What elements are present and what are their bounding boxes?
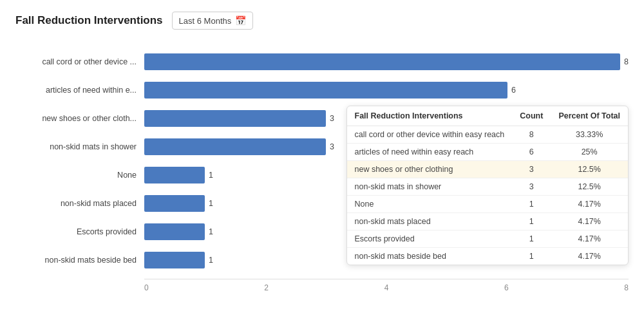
tooltip-row: non-skid mats beside bed14.17% — [347, 248, 629, 265]
tooltip-row-count: 1 — [512, 196, 551, 213]
tooltip-row-label: non-skid mats in shower — [347, 178, 513, 196]
bar — [144, 195, 205, 212]
x-axis-tick: 6 — [504, 283, 509, 292]
y-axis-labels: call cord or other device ...articles of… — [15, 48, 144, 292]
tooltip-row-percent: 4.17% — [551, 230, 628, 248]
tooltip-row-percent: 33.33% — [551, 126, 628, 144]
tooltip-row-label: non-skid mats beside bed — [347, 248, 513, 265]
tooltip-row-count: 3 — [512, 161, 551, 178]
bar — [144, 252, 205, 268]
tooltip-row-count: 1 — [512, 248, 551, 265]
tooltip-row: call cord or other device within easy re… — [347, 126, 629, 144]
bar-value-label: 8 — [624, 57, 629, 66]
tooltip-panel: Fall Reduction Interventions Count Perce… — [346, 106, 629, 265]
bar-value-label: 1 — [209, 227, 213, 236]
date-filter-label: Last 6 Months — [179, 16, 232, 26]
page-header: Fall Reduction Interventions Last 6 Mont… — [15, 12, 629, 30]
chart-area: call cord or other device ...articles of… — [15, 48, 629, 292]
bar-value-label: 6 — [511, 86, 516, 95]
tooltip-row-label: non-skid mats placed — [347, 213, 513, 230]
tooltip-row: non-skid mats in shower312.5% — [347, 178, 629, 196]
tooltip-row: new shoes or other clothing312.5% — [347, 161, 629, 178]
tooltip-row-label: articles of need within easy reach — [347, 144, 513, 161]
date-filter-button[interactable]: Last 6 Months 📅 — [172, 12, 254, 30]
tooltip-col-intervention: Fall Reduction Interventions — [347, 106, 513, 126]
bar — [144, 223, 205, 240]
tooltip-row: None14.17% — [347, 196, 629, 213]
tooltip-row-percent: 4.17% — [551, 248, 628, 265]
x-axis-tick: 0 — [144, 283, 149, 292]
bar-value-label: 3 — [330, 114, 334, 123]
y-axis-label: non-skid mats placed — [15, 189, 137, 218]
x-axis-tick: 2 — [264, 283, 269, 292]
bar-value-label: 1 — [209, 171, 213, 180]
tooltip-row-count: 1 — [512, 213, 551, 230]
tooltip-col-count: Count — [512, 106, 551, 126]
tooltip-row: articles of need within easy reach625% — [347, 144, 629, 161]
tooltip-row-label: call cord or other device within easy re… — [347, 126, 513, 144]
y-axis-label: articles of need within e... — [15, 76, 137, 104]
tooltip-col-percent: Percent Of Total — [551, 106, 628, 126]
page-container: Fall Reduction Interventions Last 6 Mont… — [0, 0, 644, 329]
bar — [144, 167, 205, 183]
y-axis-label: non-skid mats beside bed — [15, 246, 137, 274]
bar — [144, 53, 620, 70]
tooltip-row-percent: 25% — [551, 144, 628, 161]
bar-row: 6 — [144, 76, 629, 104]
x-axis: 02468 — [144, 279, 629, 292]
y-axis-label: Escorts provided — [15, 218, 137, 246]
tooltip-row-count: 3 — [512, 178, 551, 196]
tooltip-row-percent: 12.5% — [551, 178, 628, 196]
y-axis-label: non-skid mats in shower — [15, 133, 137, 161]
bar — [144, 110, 326, 127]
tooltip-row-count: 6 — [512, 144, 551, 161]
tooltip-row: Escorts provided14.17% — [347, 230, 629, 248]
bar-value-label: 1 — [209, 199, 213, 208]
y-axis-label: None — [15, 161, 137, 189]
tooltip-row-label: Escorts provided — [347, 230, 513, 248]
tooltip-row-label: new shoes or other clothing — [347, 161, 513, 178]
y-axis-label: call cord or other device ... — [15, 48, 137, 76]
bar-row: 8 — [144, 48, 629, 76]
bar — [144, 82, 507, 99]
tooltip-row: non-skid mats placed14.17% — [347, 213, 629, 230]
tooltip-row-percent: 4.17% — [551, 196, 628, 213]
tooltip-row-percent: 12.5% — [551, 161, 628, 178]
x-axis-tick: 8 — [624, 283, 629, 292]
calendar-icon: 📅 — [235, 15, 246, 26]
y-axis-label: new shoes or other cloth... — [15, 104, 137, 133]
tooltip-row-count: 1 — [512, 230, 551, 248]
bar-value-label: 3 — [330, 142, 334, 151]
tooltip-row-label: None — [347, 196, 513, 213]
bar-value-label: 1 — [209, 256, 213, 265]
tooltip-row-percent: 4.17% — [551, 213, 628, 230]
bar — [144, 138, 326, 155]
x-axis-tick: 4 — [384, 283, 389, 292]
tooltip-row-count: 8 — [512, 126, 551, 144]
page-title: Fall Reduction Interventions — [15, 14, 163, 27]
